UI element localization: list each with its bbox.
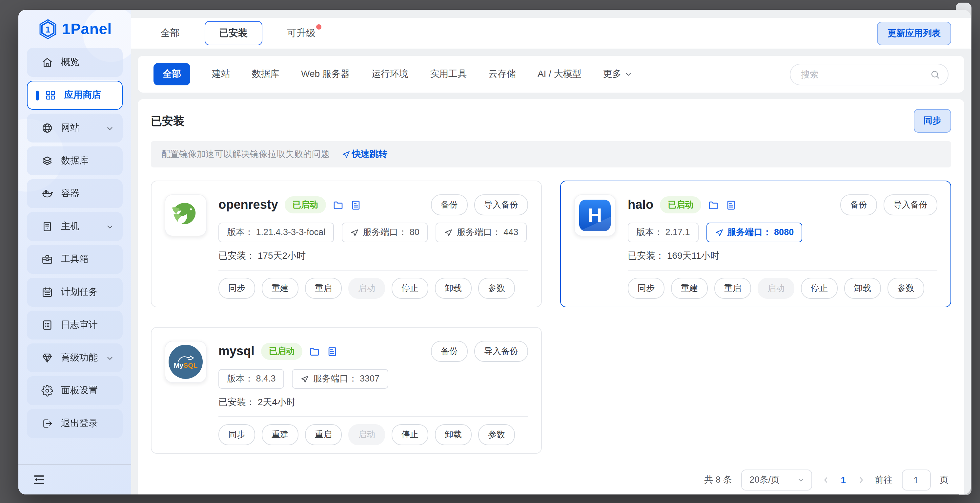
- action-卸载-button[interactable]: 卸载: [844, 278, 881, 299]
- action-重建-button[interactable]: 重建: [262, 278, 299, 299]
- action-停止-button[interactable]: 停止: [801, 278, 838, 299]
- host-icon: [41, 220, 53, 232]
- import-backup-button[interactable]: 导入备份: [474, 194, 528, 216]
- audit-icon: [41, 319, 53, 331]
- category-全部[interactable]: 全部: [153, 63, 190, 85]
- app-card-mysql[interactable]: MySQL mysql 已启动 备份 导入备份 版本： 8.4.3 服务端口： …: [151, 327, 542, 454]
- sidebar-footer: [18, 464, 131, 495]
- goto-page-input[interactable]: [902, 474, 930, 485]
- collapse-sidebar-icon[interactable]: [33, 473, 45, 486]
- action-重启-button[interactable]: 重启: [305, 424, 342, 445]
- action-参数-button[interactable]: 参数: [888, 278, 924, 299]
- sidebar-item-日志审计[interactable]: 日志审计: [27, 311, 123, 340]
- folder-icon[interactable]: [708, 199, 719, 211]
- import-backup-button[interactable]: 导入备份: [884, 194, 937, 216]
- category-运行环境[interactable]: 运行环境: [372, 68, 408, 80]
- category-数据库[interactable]: 数据库: [252, 68, 280, 80]
- sidebar-item-容器[interactable]: 容器: [27, 179, 123, 208]
- backup-button[interactable]: 备份: [431, 341, 468, 362]
- service-port-tag[interactable]: 服务端口： 80: [342, 223, 428, 242]
- quick-jump-link[interactable]: 快速跳转: [341, 149, 387, 160]
- folder-icon[interactable]: [309, 346, 320, 357]
- sidebar-item-网站[interactable]: 网站: [27, 113, 123, 142]
- search-input[interactable]: [800, 69, 930, 80]
- sidebar-item-面板设置[interactable]: 面板设置: [27, 376, 123, 405]
- sidebar-item-数据库[interactable]: 数据库: [27, 147, 123, 175]
- page-number[interactable]: 1: [841, 475, 846, 485]
- action-卸载-button[interactable]: 卸载: [435, 424, 472, 445]
- tab-全部[interactable]: 全部: [161, 27, 180, 39]
- file-icon[interactable]: [327, 346, 338, 357]
- halo-logo: H: [579, 200, 611, 231]
- tab-可升级[interactable]: 可升级: [287, 27, 315, 39]
- folder-icon[interactable]: [332, 199, 344, 211]
- app-card-halo[interactable]: H halo 已启动 备份 导入备份 版本： 2.17.1 服务端口： 8080…: [560, 180, 951, 307]
- category-云存储[interactable]: 云存储: [488, 68, 516, 80]
- action-重启-button[interactable]: 重启: [305, 278, 342, 299]
- action-启动-button[interactable]: 启动: [348, 424, 385, 445]
- action-重启-button[interactable]: 重启: [714, 278, 751, 299]
- sidebar-item-label: 应用商店: [64, 89, 101, 101]
- action-同步-button[interactable]: 同步: [628, 278, 665, 299]
- sync-button[interactable]: 同步: [914, 109, 951, 133]
- backup-button[interactable]: 备份: [840, 194, 877, 216]
- tab-bar: 全部 已安装 可升级 更新应用列表: [131, 18, 971, 49]
- app-card-openresty[interactable]: openresty 已启动 备份 导入备份 版本： 1.21.4.3-3-3-f…: [151, 180, 542, 307]
- category-Web 服务器[interactable]: Web 服务器: [301, 68, 350, 80]
- installed-duration: 已安装： 2天4小时: [218, 397, 528, 409]
- import-backup-button[interactable]: 导入备份: [474, 341, 528, 362]
- search-box: [790, 63, 948, 85]
- notice-text: 配置镜像加速可以解决镜像拉取失败的问题: [161, 149, 329, 160]
- action-启动-button[interactable]: 启动: [757, 278, 794, 299]
- chevron-down-icon: [625, 70, 633, 78]
- sidebar-item-退出登录[interactable]: 退出登录: [27, 409, 123, 438]
- svg-text:1: 1: [45, 25, 50, 35]
- send-icon: [715, 228, 724, 237]
- action-同步-button[interactable]: 同步: [218, 278, 255, 299]
- service-port-tag[interactable]: 服务端口： 443: [436, 223, 527, 242]
- file-icon[interactable]: [350, 199, 361, 211]
- sidebar-item-应用商店[interactable]: 应用商店: [27, 81, 123, 110]
- screen: 1 1Panel 概览 应用商店 网站 数据库 容器: [0, 0, 980, 503]
- file-icon[interactable]: [725, 199, 737, 211]
- mysql-logo: MySQL: [169, 345, 203, 379]
- home-icon: [41, 56, 53, 68]
- prev-page-icon[interactable]: [821, 476, 830, 485]
- sidebar: 1 1Panel 概览 应用商店 网站 数据库 容器: [18, 10, 131, 495]
- category-建站[interactable]: 建站: [212, 68, 230, 80]
- action-停止-button[interactable]: 停止: [391, 278, 428, 299]
- action-卸载-button[interactable]: 卸载: [435, 278, 472, 299]
- installed-duration: 已安装： 169天11小时: [628, 250, 937, 262]
- sidebar-item-工具箱[interactable]: 工具箱: [27, 245, 123, 274]
- update-app-list-button[interactable]: 更新应用列表: [877, 21, 951, 45]
- backup-button[interactable]: 备份: [431, 194, 468, 216]
- action-重建-button[interactable]: 重建: [262, 424, 299, 445]
- service-port-tag[interactable]: 服务端口： 8080: [706, 223, 803, 242]
- action-重建-button[interactable]: 重建: [671, 278, 708, 299]
- category-more[interactable]: 更多: [603, 68, 633, 80]
- sidebar-item-主机[interactable]: 主机: [27, 212, 123, 241]
- action-同步-button[interactable]: 同步: [218, 424, 255, 445]
- sidebar-item-高级功能[interactable]: 高级功能: [27, 343, 123, 372]
- category-more-label: 更多: [603, 68, 622, 80]
- action-启动-button[interactable]: 启动: [348, 278, 385, 299]
- action-参数-button[interactable]: 参数: [478, 424, 515, 445]
- pagination-total: 共 8 条: [704, 474, 732, 486]
- service-port-tag[interactable]: 服务端口： 3307: [292, 369, 388, 389]
- page-size-select[interactable]: 20条/页: [741, 469, 812, 490]
- action-参数-button[interactable]: 参数: [478, 278, 515, 299]
- sidebar-item-概览[interactable]: 概览: [27, 48, 123, 77]
- sidebar-item-label: 容器: [61, 188, 80, 200]
- action-停止-button[interactable]: 停止: [391, 424, 428, 445]
- tab-已安装[interactable]: 已安装: [205, 21, 262, 45]
- sidebar-item-label: 面板设置: [61, 385, 98, 397]
- sidebar-item-label: 主机: [61, 220, 80, 232]
- sidebar-item-计划任务[interactable]: 计划任务: [27, 278, 123, 307]
- category-AI / 大模型[interactable]: AI / 大模型: [538, 68, 582, 80]
- status-badge: 已启动: [660, 196, 701, 213]
- sidebar-item-label: 数据库: [61, 155, 89, 167]
- category-实用工具[interactable]: 实用工具: [430, 68, 467, 80]
- next-page-icon[interactable]: [856, 476, 865, 485]
- app-name: openresty: [218, 198, 278, 212]
- calendar-icon: [41, 286, 53, 298]
